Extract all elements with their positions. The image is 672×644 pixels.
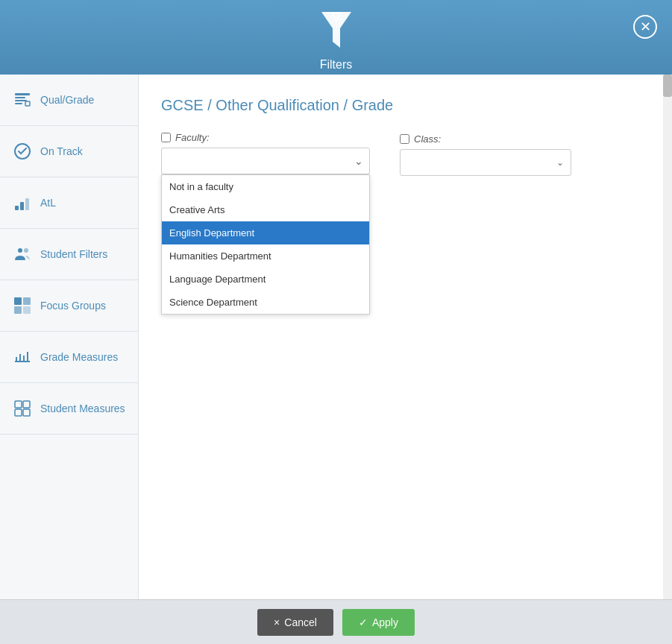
sidebar-item-on-track[interactable]: On Track bbox=[0, 126, 138, 177]
svg-rect-9 bbox=[25, 198, 29, 210]
faculty-dropdown-list: Not in a faculty Creative Arts English D… bbox=[161, 174, 370, 315]
faculty-label-text: Faculty: bbox=[175, 132, 210, 143]
svg-rect-1 bbox=[15, 93, 30, 95]
svg-point-10 bbox=[18, 248, 22, 253]
grade-measures-icon bbox=[12, 347, 33, 367]
sidebar-item-student-measures[interactable]: Student Measures bbox=[0, 383, 138, 435]
student-filters-icon bbox=[12, 244, 33, 265]
sidebar-label-atl: AtL bbox=[40, 197, 56, 209]
student-measures-icon bbox=[12, 398, 33, 419]
sidebar-label-student-measures: Student Measures bbox=[40, 402, 125, 414]
atl-icon bbox=[12, 192, 33, 213]
apply-check-icon: ✓ bbox=[359, 616, 368, 628]
filter-header: ▿ Filters ✕ bbox=[0, 0, 672, 75]
sidebar-item-focus-groups[interactable]: Focus Groups bbox=[0, 280, 138, 332]
faculty-option-english-department[interactable]: English Department bbox=[162, 221, 369, 244]
svg-rect-5 bbox=[25, 101, 30, 106]
cancel-button[interactable]: × Cancel bbox=[257, 609, 333, 636]
svg-rect-22 bbox=[23, 401, 30, 408]
svg-point-11 bbox=[24, 248, 28, 253]
faculty-option-language-department[interactable]: Language Department bbox=[162, 268, 369, 291]
sidebar-label-student-filters: Student Filters bbox=[40, 248, 107, 260]
focus-groups-icon bbox=[12, 295, 33, 316]
filter-row: Faculty: ⌄ Not in a faculty Creative Art… bbox=[161, 132, 650, 176]
faculty-checkbox[interactable] bbox=[161, 133, 171, 142]
faculty-dropdown-container: ⌄ Not in a faculty Creative Arts English… bbox=[161, 148, 370, 174]
class-checkbox[interactable] bbox=[400, 134, 409, 144]
scrollbar-thumb[interactable] bbox=[663, 75, 672, 97]
cancel-icon: × bbox=[274, 616, 280, 628]
class-label-text: Class: bbox=[414, 133, 441, 145]
faculty-filter-group: Faculty: ⌄ Not in a faculty Creative Art… bbox=[161, 132, 370, 174]
faculty-label: Faculty: bbox=[161, 132, 370, 143]
svg-rect-24 bbox=[23, 409, 30, 416]
svg-rect-3 bbox=[15, 100, 27, 101]
class-filter-group: Class: ⌄ bbox=[400, 133, 571, 176]
class-select-wrapper: ⌄ bbox=[400, 149, 571, 176]
sidebar-label-grade-measures: Grade Measures bbox=[40, 351, 118, 363]
svg-rect-13 bbox=[23, 297, 31, 305]
sidebar-label-focus-groups: Focus Groups bbox=[40, 300, 106, 312]
sidebar-item-qual-grade[interactable]: Qual/Grade bbox=[0, 75, 138, 126]
svg-rect-8 bbox=[20, 202, 24, 210]
faculty-select[interactable]: ⌄ bbox=[161, 148, 370, 174]
content-area: GCSE / Other Qualification / Grade Facul… bbox=[139, 75, 672, 599]
footer: × Cancel ✓ Apply bbox=[0, 599, 672, 644]
svg-marker-0 bbox=[321, 12, 351, 48]
scrollbar-track[interactable] bbox=[663, 75, 672, 599]
close-icon: ✕ bbox=[640, 19, 651, 35]
close-button[interactable]: ✕ bbox=[633, 15, 657, 39]
class-select[interactable] bbox=[400, 149, 571, 176]
class-label: Class: bbox=[400, 133, 571, 145]
svg-rect-21 bbox=[15, 401, 22, 408]
svg-rect-4 bbox=[15, 103, 22, 104]
header-title: Filters bbox=[320, 58, 353, 72]
sidebar-item-student-filters[interactable]: Student Filters bbox=[0, 229, 138, 280]
sidebar: Qual/Grade On Track AtL Student Filters bbox=[0, 75, 139, 599]
faculty-option-humanities-department[interactable]: Humanities Department bbox=[162, 244, 369, 268]
filter-funnel-icon bbox=[321, 12, 351, 48]
svg-rect-2 bbox=[15, 97, 25, 98]
svg-rect-12 bbox=[14, 297, 22, 305]
cancel-label: Cancel bbox=[284, 616, 317, 628]
chevron-down-icon: ⌄ bbox=[354, 155, 363, 167]
section-title: GCSE / Other Qualification / Grade bbox=[161, 97, 650, 114]
sidebar-item-atl[interactable]: AtL bbox=[0, 177, 138, 229]
qual-grade-icon bbox=[12, 89, 33, 110]
svg-rect-14 bbox=[14, 306, 22, 314]
svg-rect-15 bbox=[23, 306, 31, 314]
sidebar-item-grade-measures[interactable]: Grade Measures bbox=[0, 332, 138, 383]
apply-label: Apply bbox=[372, 616, 398, 628]
faculty-option-science-department[interactable]: Science Department bbox=[162, 291, 369, 314]
content-inner: GCSE / Other Qualification / Grade Facul… bbox=[139, 75, 672, 213]
svg-rect-7 bbox=[15, 206, 19, 210]
sidebar-label-qual-grade: Qual/Grade bbox=[40, 94, 94, 106]
sidebar-label-on-track: On Track bbox=[40, 145, 83, 157]
main-layout: Qual/Grade On Track AtL Student Filters bbox=[0, 75, 672, 599]
apply-button[interactable]: ✓ Apply bbox=[342, 609, 415, 636]
svg-rect-23 bbox=[15, 409, 22, 416]
faculty-option-not-in-faculty[interactable]: Not in a faculty bbox=[162, 175, 369, 198]
faculty-option-creative-arts[interactable]: Creative Arts bbox=[162, 198, 369, 221]
on-track-icon bbox=[12, 141, 33, 162]
